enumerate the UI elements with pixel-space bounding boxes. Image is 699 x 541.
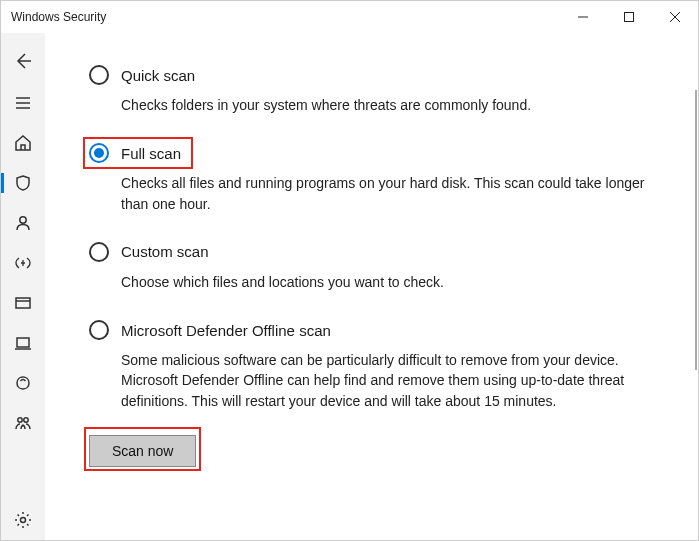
- content-area: Quick scan Checks folders in your system…: [45, 33, 698, 540]
- label-full-scan: Full scan: [121, 145, 181, 162]
- label-custom-scan: Custom scan: [121, 243, 209, 260]
- label-offline-scan: Microsoft Defender Offline scan: [121, 322, 331, 339]
- maximize-button[interactable]: [606, 1, 652, 33]
- titlebar: Windows Security: [1, 1, 698, 33]
- device-performance-icon[interactable]: [1, 363, 45, 403]
- radio-custom-scan[interactable]: [89, 242, 109, 262]
- home-icon[interactable]: [1, 123, 45, 163]
- option-offline-scan: Microsoft Defender Offline scan Some mal…: [89, 320, 668, 411]
- option-quick-scan: Quick scan Checks folders in your system…: [89, 65, 668, 115]
- family-options-icon[interactable]: [1, 403, 45, 443]
- account-icon[interactable]: [1, 203, 45, 243]
- settings-icon[interactable]: [1, 500, 45, 540]
- radio-full-scan[interactable]: [89, 143, 109, 163]
- desc-quick-scan: Checks folders in your system where thre…: [121, 95, 661, 115]
- option-full-scan: Full scan Checks all files and running p…: [89, 143, 668, 214]
- firewall-icon[interactable]: [1, 243, 45, 283]
- svg-rect-1: [625, 13, 634, 22]
- sidebar: [1, 33, 45, 540]
- svg-rect-10: [17, 338, 29, 347]
- option-custom-scan: Custom scan Choose which files and locat…: [89, 242, 668, 292]
- radio-offline-scan[interactable]: [89, 320, 109, 340]
- svg-rect-8: [16, 298, 30, 308]
- desc-full-scan: Checks all files and running programs on…: [121, 173, 661, 214]
- window-title: Windows Security: [11, 10, 560, 24]
- svg-point-14: [21, 518, 26, 523]
- svg-point-13: [24, 418, 28, 422]
- label-quick-scan: Quick scan: [121, 67, 195, 84]
- app-browser-icon[interactable]: [1, 283, 45, 323]
- scan-now-button[interactable]: Scan now: [89, 435, 196, 467]
- shield-icon[interactable]: [1, 163, 45, 203]
- back-button[interactable]: [1, 39, 45, 83]
- desc-offline-scan: Some malicious software can be particula…: [121, 350, 661, 411]
- device-security-icon[interactable]: [1, 323, 45, 363]
- menu-icon[interactable]: [1, 83, 45, 123]
- desc-custom-scan: Choose which files and locations you wan…: [121, 272, 661, 292]
- scrollbar[interactable]: [695, 90, 697, 370]
- radio-quick-scan[interactable]: [89, 65, 109, 85]
- svg-point-12: [18, 418, 22, 422]
- minimize-button[interactable]: [560, 1, 606, 33]
- window-controls: [560, 1, 698, 33]
- svg-point-7: [20, 217, 26, 223]
- close-button[interactable]: [652, 1, 698, 33]
